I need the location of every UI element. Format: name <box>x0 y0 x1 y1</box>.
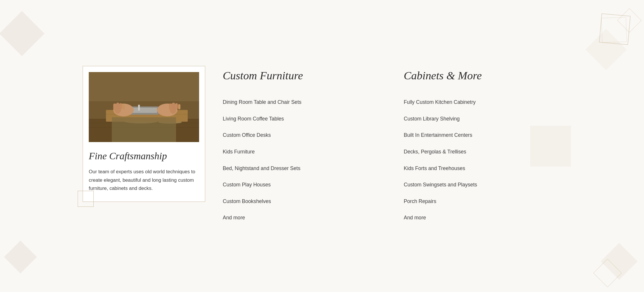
cabinets-list-item: Porch Repairs <box>404 193 561 210</box>
furniture-list: Dining Room Table and Chair SetsLiving R… <box>223 94 380 226</box>
furniture-list-item: And more <box>223 209 380 226</box>
furniture-list-item: Custom Office Desks <box>223 127 380 144</box>
card-title: Fine Craftsmanship <box>89 150 199 162</box>
cabinets-list-item: Built In Entertainment Centers <box>404 127 561 144</box>
furniture-column-title: Custom Furniture <box>223 69 380 82</box>
bg-diamond-2 <box>4 240 37 273</box>
cabinets-list-item: And more <box>404 209 561 226</box>
furniture-list-item: Custom Bookshelves <box>223 193 380 210</box>
furniture-list-item: Bed, Nightstand and Dresser Sets <box>223 160 380 177</box>
frame-decoration-2 <box>601 17 627 43</box>
svg-rect-25 <box>89 72 199 142</box>
cabinets-column-title: Cabinets & More <box>404 69 561 82</box>
furniture-list-item: Custom Play Houses <box>223 176 380 193</box>
cabinets-list-item: Custom Swingsets and Playsets <box>404 176 561 193</box>
left-card: Fine Craftsmanship Our team of experts u… <box>83 66 205 202</box>
bg-diamond-1 <box>0 11 45 56</box>
card-description: Our team of experts uses old world techn… <box>89 168 199 193</box>
page-container: Fine Craftsmanship Our team of experts u… <box>59 48 585 244</box>
cabinets-list-item: Fully Custom Kitchen Cabinetry <box>404 94 561 111</box>
furniture-list-item: Dining Room Table and Chair Sets <box>223 94 380 111</box>
cabinets-list: Fully Custom Kitchen CabinetryCustom Lib… <box>404 94 561 226</box>
cabinets-list-item: Decks, Pergolas & Trellises <box>404 144 561 160</box>
furniture-list-item: Living Room Coffee Tables <box>223 111 380 127</box>
cabinets-list-item: Kids Forts and Treehouses <box>404 160 561 177</box>
furniture-column: Custom Furniture Dining Room Table and C… <box>223 69 380 226</box>
card-corner-decoration <box>78 191 94 207</box>
furniture-list-item: Kids Furniture <box>223 144 380 160</box>
cabinets-column: Cabinets & More Fully Custom Kitchen Cab… <box>404 69 561 226</box>
cabinets-list-item: Custom Library Shelving <box>404 111 561 127</box>
right-content: Custom Furniture Dining Room Table and C… <box>223 66 561 226</box>
craftsman-image <box>89 72 199 142</box>
